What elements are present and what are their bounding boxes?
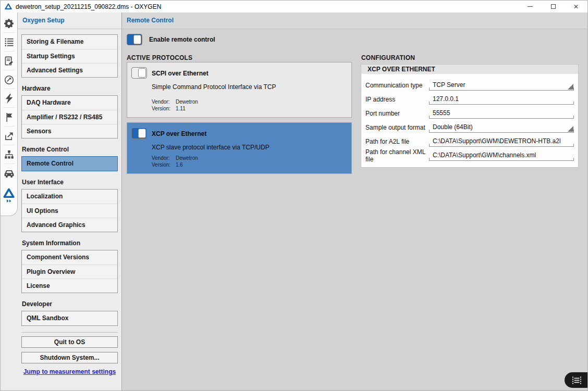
enable-remote-control-label: Enable remote control <box>149 36 215 43</box>
sidebar-item-qml-sandbox[interactable]: QML Sandbox <box>22 311 117 325</box>
main-nav-strip <box>1 12 18 216</box>
sidebar-item-localization[interactable]: Localization <box>22 190 117 204</box>
protocol-description: XCP slave protocol interface via TCP/UDP <box>152 144 270 151</box>
nav-settings-tab[interactable] <box>1 14 17 33</box>
protocol-card-xcp[interactable]: XCP over Ethernet XCP slave protocol int… <box>127 122 352 174</box>
sidebar-item-license[interactable]: License <box>22 279 117 293</box>
sidebar-item-plugin-overview[interactable]: Plugin Overview <box>22 264 117 279</box>
nav-network[interactable] <box>1 145 17 164</box>
channel-xml-path-input[interactable] <box>429 150 574 160</box>
sidebar-item-ui-options[interactable]: UI Options <box>22 204 117 218</box>
version-value: 1.6 <box>176 162 183 168</box>
port-number-input[interactable] <box>429 108 574 118</box>
protocol-card-scpi[interactable]: SCPI over Ethernet Simple Command Protoc… <box>127 62 352 118</box>
flag-icon <box>5 112 14 122</box>
vendor-label: Vendor: <box>152 155 176 161</box>
enable-remote-control-toggle[interactable] <box>127 34 142 45</box>
window-title: dewetron_setup_20211215_090822.dms - OXY… <box>16 3 161 10</box>
vendor-value: Dewetron <box>176 155 198 161</box>
a2l-path-input[interactable] <box>429 136 574 146</box>
gauge-icon <box>4 75 14 85</box>
config-row-communication-type: Communication type <box>361 78 578 92</box>
nav-channel-list[interactable] <box>1 33 17 52</box>
protocol-description: Simple Command Protocol Interface via TC… <box>152 83 276 91</box>
quit-to-os-button[interactable]: Quit to OS <box>21 336 118 348</box>
nav-markers[interactable] <box>1 108 17 127</box>
oxygen-logo-icon <box>3 188 15 198</box>
sidebar-item-amplifier[interactable]: Amplifier / RS232 / RS485 <box>22 110 117 124</box>
scpi-toggle[interactable] <box>131 67 147 79</box>
page-title: Remote Control <box>123 12 588 29</box>
xcp-toggle[interactable] <box>131 128 147 139</box>
port-number-field[interactable] <box>429 108 574 119</box>
field-label: Sample output format <box>365 124 429 131</box>
channel-xml-path-field[interactable] <box>429 150 574 161</box>
version-label: Version: <box>152 106 176 111</box>
toggle-knob <box>138 129 146 138</box>
section-label-developer: Developer <box>22 300 118 308</box>
section-label-remote-control: Remote Control <box>22 146 118 154</box>
active-protocols-title: ACTIVE PROTOCOLS <box>127 54 192 61</box>
setup-panel: Oxygen Setup Storing & Filename Startup … <box>1 12 122 391</box>
nav-measurement[interactable] <box>1 70 17 89</box>
shutdown-system-button[interactable]: Shutdown System... <box>21 352 118 363</box>
nav-trigger[interactable] <box>1 89 17 108</box>
channel-list-button[interactable] <box>565 372 588 388</box>
a2l-path-field[interactable] <box>429 136 574 147</box>
section-label-hardware: Hardware <box>22 85 118 93</box>
jump-to-measurement-settings-link[interactable]: Jump to measurement settings <box>21 368 118 375</box>
sidebar-item-advanced-graphics[interactable]: Advanced Graphics <box>22 218 117 232</box>
communication-type-dropdown[interactable] <box>429 80 574 91</box>
version-label: Version: <box>152 162 176 168</box>
ip-address-field[interactable] <box>429 94 574 105</box>
sidebar-item-component-versions[interactable]: Component Versions <box>22 250 117 264</box>
config-row-channel-xml-path: Path for channel XML file <box>361 148 578 162</box>
sidebar-item-remote-control-selected[interactable]: Remote Control <box>22 157 117 171</box>
group-general: Storing & Filename Startup Settings Adva… <box>21 34 118 78</box>
remote-control-page: Remote Control Enable remote control ACT… <box>123 12 588 391</box>
field-label: Communication type <box>365 82 429 89</box>
title-bar: dewetron_setup_20211215_090822.dms - OXY… <box>1 1 587 12</box>
expand-arrows-icon <box>7 199 11 203</box>
dropdown-corner-icon <box>568 126 573 132</box>
field-label: IP address <box>365 96 429 103</box>
nav-oxygen-tab[interactable] <box>1 183 17 208</box>
toggle-knob <box>138 68 146 78</box>
section-label-system-information: System Information <box>22 239 118 247</box>
group-hardware: DAQ Hardware Amplifier / RS232 / RS485 S… <box>21 95 118 138</box>
config-row-ip-address: IP address <box>361 92 578 106</box>
sample-output-format-dropdown[interactable] <box>429 122 574 133</box>
configuration-section-header: XCP OVER ETHERNET <box>361 65 578 74</box>
nav-vehicle[interactable] <box>1 164 17 183</box>
network-icon <box>4 150 14 159</box>
vendor-label: Vendor: <box>152 99 176 105</box>
nav-screens[interactable] <box>1 52 17 70</box>
sidebar-item-sensors[interactable]: Sensors <box>22 124 117 138</box>
communication-type-value[interactable] <box>429 80 574 90</box>
maximize-button[interactable] <box>542 1 565 12</box>
config-row-port-number: Port number <box>361 106 578 120</box>
list-icon <box>4 37 14 47</box>
protocol-name: SCPI over Ethernet <box>152 70 209 77</box>
dropdown-corner-icon <box>568 84 573 90</box>
sidebar-item-advanced-settings[interactable]: Advanced Settings <box>22 63 117 77</box>
gear-icon <box>4 18 14 29</box>
close-button[interactable]: ✕ <box>565 1 587 12</box>
minimize-button[interactable] <box>519 1 542 12</box>
sidebar-item-storing-filename[interactable]: Storing & Filename <box>22 35 117 49</box>
section-label-user-interface: User Interface <box>22 179 118 186</box>
nav-export[interactable] <box>1 127 17 145</box>
ip-address-input[interactable] <box>429 94 574 104</box>
vendor-value: Dewetron <box>176 99 198 105</box>
protocol-name: XCP over Ethernet <box>152 130 206 137</box>
sidebar-item-startup-settings[interactable]: Startup Settings <box>22 49 117 63</box>
config-row-sample-output-format: Sample output format <box>361 120 578 134</box>
group-developer: QML Sandbox <box>21 311 118 326</box>
field-label: Path for channel XML file <box>365 148 429 163</box>
configuration-title: CONFIGURATION <box>361 54 415 61</box>
minimize-icon <box>528 6 533 7</box>
sample-output-format-value[interactable] <box>429 122 574 132</box>
group-remote-control: Remote Control <box>21 156 118 171</box>
sidebar-item-daq-hardware[interactable]: DAQ Hardware <box>22 96 117 110</box>
setup-panel-title: Oxygen Setup <box>1 12 121 29</box>
